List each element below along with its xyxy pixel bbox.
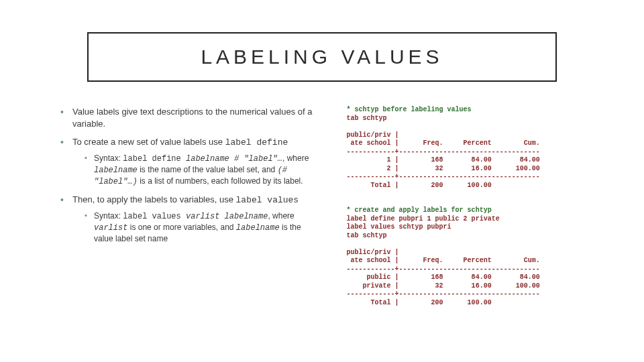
tab1-l2: ate school | Freq. Percent Cum. bbox=[347, 139, 540, 147]
bullet-2-sub: Syntax: label define labelname # "label"… bbox=[85, 153, 323, 188]
tab2-l2: ate school | Freq. Percent Cum. bbox=[347, 257, 540, 264]
slide: LABELING VALUES Value labels give text d… bbox=[0, 0, 644, 362]
content-columns: Value labels give text descriptions to t… bbox=[60, 106, 584, 307]
b3-sub-code1: label values bbox=[123, 212, 186, 221]
tab1-l6: ------------+---------------------------… bbox=[347, 173, 540, 180]
tab2-l1: public/priv | bbox=[347, 249, 399, 256]
tab1-l4: 1 | 168 84.00 84.00 bbox=[347, 156, 540, 164]
tab2-l6: ------------+---------------------------… bbox=[347, 290, 540, 298]
tab1-l3: ------------+---------------------------… bbox=[347, 148, 540, 156]
tab1-l7: Total | 200 100.00 bbox=[347, 182, 492, 189]
title-box: LABELING VALUES bbox=[87, 32, 557, 82]
b2-sub-code3: labelname bbox=[94, 166, 138, 175]
b3-sub-mid: , where bbox=[268, 211, 294, 221]
bullet-3-sub: Syntax: label values varlist labelname, … bbox=[85, 210, 323, 245]
b2-sub-end: is a list of numbers, each followed by i… bbox=[138, 176, 303, 186]
bullet-2: To create a new set of value labels use … bbox=[60, 136, 323, 187]
bullet-3: Then, to apply the labels to variables, … bbox=[60, 194, 323, 244]
tab2-l7: Total | 200 100.00 bbox=[347, 299, 492, 306]
cmd-tab-1: tab schtyp bbox=[347, 115, 387, 122]
bullet-3-text-a: Then, to apply the labels to variables, … bbox=[72, 194, 236, 204]
b3-sub-code2: varlist labelname bbox=[186, 212, 268, 221]
tab1-l1: public/priv | bbox=[347, 131, 399, 139]
tab2-l4: public | 168 84.00 84.00 bbox=[347, 274, 540, 281]
tab2-l3: ------------+---------------------------… bbox=[347, 265, 540, 273]
b3-sub-code3: varlist bbox=[94, 223, 127, 233]
tab1-l5: 2 | 32 16.00 100.00 bbox=[347, 165, 540, 172]
bullet-2-code: label define bbox=[225, 137, 288, 147]
tab2-l5: private | 32 16.00 100.00 bbox=[347, 282, 540, 290]
comment-2: * create and apply labels for schtyp bbox=[347, 206, 492, 214]
b2-sub-mid2: is the name of the value label set, and bbox=[138, 165, 278, 174]
cmd-label-values: label values schtyp pubpri bbox=[347, 223, 451, 231]
b3-sub-code4: labelname bbox=[236, 223, 280, 233]
right-column: * schtyp before labeling values tab scht… bbox=[347, 106, 584, 307]
cmd-tab-2: tab schtyp bbox=[347, 232, 387, 239]
slide-title: LABELING VALUES bbox=[107, 46, 537, 68]
cmd-label-define: label define pubpri 1 public 2 private bbox=[347, 215, 500, 223]
comment-1: * schtyp before labeling values bbox=[347, 106, 472, 113]
b3-sub-prefix: Syntax: bbox=[94, 211, 123, 221]
b2-sub-mid: , where bbox=[282, 154, 309, 163]
bullet-2-text-a: To create a new set of value labels use bbox=[72, 137, 225, 147]
left-column: Value labels give text descriptions to t… bbox=[60, 106, 323, 307]
bullet-3-code: label values bbox=[236, 195, 299, 205]
b2-sub-code2: labelname # "label"… bbox=[186, 154, 282, 164]
bullet-1-text: Value labels give text descriptions to t… bbox=[72, 107, 312, 129]
bullet-1: Value labels give text descriptions to t… bbox=[60, 106, 323, 129]
b2-sub-code1: label define bbox=[123, 154, 186, 164]
b2-sub-prefix: Syntax: bbox=[94, 154, 123, 163]
b3-sub-mid2: is one or more variables, and bbox=[127, 223, 235, 232]
stata-output: * schtyp before labeling values tab scht… bbox=[347, 106, 584, 307]
